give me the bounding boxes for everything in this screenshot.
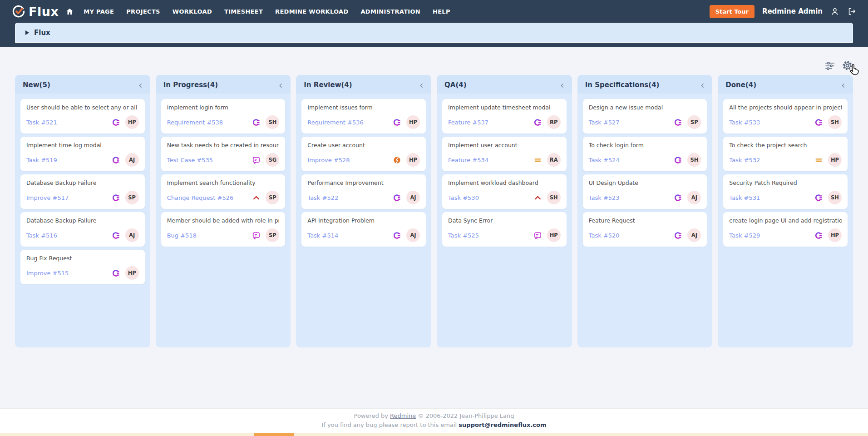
issue-link[interactable]: Improve #528 (307, 157, 393, 164)
flux-logo[interactable]: Flux (12, 5, 59, 19)
issue-link[interactable]: Task #531 (729, 194, 814, 201)
task-card[interactable]: Design a new issue modal Task #527 SP (583, 99, 707, 134)
task-card[interactable]: Create user account Improve #528 HP (301, 137, 426, 171)
issue-link[interactable]: Feature #534 (448, 157, 533, 164)
collapse-column-icon[interactable] (559, 82, 565, 89)
assignee-avatar[interactable]: SG (266, 153, 279, 167)
assignee-avatar[interactable]: SP (266, 228, 279, 242)
assignee-avatar[interactable]: SH (828, 191, 842, 204)
task-card[interactable]: Implement workload dashboard Task #530 S… (442, 174, 567, 209)
issue-link[interactable]: Requirement #536 (307, 119, 393, 126)
menu-item-my-page[interactable]: MY PAGE (84, 8, 114, 15)
task-card[interactable]: All the projects should appear in projec… (723, 99, 848, 134)
task-card[interactable]: Data Sync Error Task #525 HP (442, 212, 567, 247)
menu-item-help[interactable]: HELP (433, 8, 450, 15)
assignee-avatar[interactable]: SH (547, 191, 561, 204)
task-card[interactable]: Implement search functionality Change Re… (161, 174, 286, 209)
task-card[interactable]: Implement issues form Requirement #536 H… (301, 99, 426, 134)
task-card[interactable]: Database Backup Failure Improve #517 SP (20, 174, 145, 209)
assignee-avatar[interactable]: RP (547, 115, 561, 129)
collapse-column-icon[interactable] (419, 82, 424, 89)
menu-item-administration[interactable]: ADMINISTRATION (361, 8, 420, 15)
menu-item-workload[interactable]: WORKLOAD (173, 8, 212, 15)
assignee-avatar[interactable]: SH (266, 115, 279, 129)
issue-link[interactable]: Task #525 (448, 232, 533, 239)
issue-link[interactable]: Task #529 (729, 232, 814, 239)
assignee-avatar[interactable]: AJ (125, 153, 139, 167)
assignee-avatar[interactable]: HP (125, 115, 139, 129)
user-icon[interactable] (830, 7, 839, 16)
filter-sliders-icon[interactable] (824, 60, 835, 71)
task-card[interactable]: Implement time log modal Task #519 AJ (20, 137, 145, 171)
collapse-column-icon[interactable] (700, 82, 705, 89)
assignee-avatar[interactable]: SH (687, 153, 701, 167)
support-email-link[interactable]: support@redmineflux.com (459, 421, 546, 428)
assignee-avatar[interactable]: HP (828, 228, 842, 242)
home-icon[interactable] (66, 8, 74, 15)
issue-link[interactable]: Improve #515 (26, 270, 112, 277)
issue-link[interactable]: Task #522 (307, 194, 393, 201)
assignee-avatar[interactable]: SH (828, 115, 842, 129)
assignee-avatar[interactable]: HP (125, 266, 139, 280)
assignee-avatar[interactable]: AJ (687, 191, 701, 204)
assignee-avatar[interactable]: AJ (406, 228, 420, 242)
issue-link[interactable]: Task #523 (589, 194, 674, 201)
task-card[interactable]: API Integration Problem Task #514 AJ (301, 212, 426, 247)
issue-link[interactable]: Requirement #538 (167, 119, 252, 126)
issue-link[interactable]: Task #520 (589, 232, 674, 239)
task-card[interactable]: UI Design Update Task #523 AJ (583, 174, 707, 209)
issue-link[interactable]: Task #532 (729, 157, 814, 164)
task-card[interactable]: Member should be added with role in proj… (161, 212, 286, 247)
assignee-avatar[interactable]: SP (687, 115, 701, 129)
issue-link[interactable]: Test Case #535 (167, 157, 252, 164)
issue-link[interactable]: Improve #517 (26, 194, 112, 201)
task-card[interactable]: create login page UI and add registratio… (723, 212, 848, 247)
user-name[interactable]: Redmine Admin (762, 7, 823, 15)
assignee-avatar[interactable]: SP (125, 191, 139, 204)
start-tour-button[interactable]: Start Tour (710, 5, 755, 18)
issue-link[interactable]: Change Request #526 (167, 194, 252, 201)
assignee-avatar[interactable]: SP (266, 191, 279, 204)
settings-gear-icon[interactable] (842, 60, 853, 71)
task-card[interactable]: To check the project search Task #532 HP (723, 137, 848, 171)
assignee-avatar[interactable]: RA (547, 153, 561, 167)
collapse-column-icon[interactable] (840, 82, 846, 89)
task-card[interactable]: Feature Request Task #520 AJ (583, 212, 707, 247)
assignee-avatar[interactable]: HP (547, 228, 561, 242)
breadcrumb[interactable]: Flux (15, 23, 853, 43)
assignee-avatar[interactable]: AJ (687, 228, 701, 242)
issue-link[interactable]: Task #519 (26, 157, 112, 164)
issue-link[interactable]: Task #524 (589, 157, 674, 164)
assignee-avatar[interactable]: AJ (125, 228, 139, 242)
issue-link[interactable]: Task #533 (729, 119, 814, 126)
task-card[interactable]: Implement login form Requirement #538 SH (161, 99, 286, 134)
assignee-avatar[interactable]: AJ (406, 191, 420, 204)
expand-triangle-icon[interactable] (25, 30, 29, 35)
menu-item-timesheet[interactable]: TIMESHEET (224, 8, 263, 15)
task-card[interactable]: Bug Fix Request Improve #515 HP (20, 250, 145, 284)
assignee-avatar[interactable]: HP (406, 115, 420, 129)
logout-icon[interactable] (847, 7, 856, 16)
task-card[interactable]: Security Patch Required Task #531 SH (723, 174, 848, 209)
assignee-avatar[interactable]: HP (406, 153, 420, 167)
issue-link[interactable]: Task #516 (26, 232, 112, 239)
task-card[interactable]: Database Backup Failure Task #516 AJ (20, 212, 145, 247)
issue-link[interactable]: Task #514 (307, 232, 393, 239)
redmine-link[interactable]: Redmine (390, 412, 416, 419)
issue-link[interactable]: Task #530 (448, 194, 533, 201)
task-card[interactable]: To check login form Task #524 SH (583, 137, 707, 171)
assignee-avatar[interactable]: HP (828, 153, 842, 167)
issue-link[interactable]: Task #521 (26, 119, 112, 126)
task-card[interactable]: Implement user account Feature #534 RA (442, 137, 567, 171)
collapse-column-icon[interactable] (138, 82, 143, 89)
task-card[interactable]: New task needs to be created in resource… (161, 137, 286, 171)
task-card[interactable]: User should be able to select any or all… (20, 99, 145, 134)
menu-item-projects[interactable]: PROJECTS (126, 8, 160, 15)
issue-link[interactable]: Task #527 (589, 119, 674, 126)
issue-link[interactable]: Bug #518 (167, 232, 252, 239)
task-card[interactable]: Performance Improvement Task #522 AJ (301, 174, 426, 209)
collapse-column-icon[interactable] (278, 82, 284, 89)
task-card[interactable]: Implement update timesheet modal Feature… (442, 99, 567, 134)
menu-item-redmine-workload[interactable]: REDMINE WORKLOAD (275, 8, 348, 15)
issue-link[interactable]: Feature #537 (448, 119, 533, 126)
